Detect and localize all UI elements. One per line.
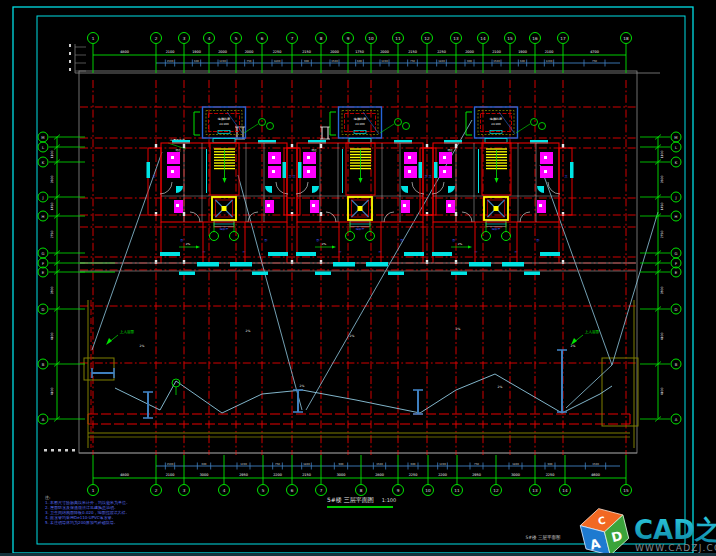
- axis-bubble-label: 15: [623, 488, 629, 493]
- column-mark: [426, 144, 428, 148]
- stair-arrow: [223, 178, 227, 183]
- fixture-dot: [171, 170, 174, 173]
- axis-bubble-label: 6: [261, 36, 264, 41]
- right-axis-strip: MLKJHGFEDBA1100260014502750280041004100: [640, 132, 681, 424]
- rect: [312, 204, 315, 207]
- column-grid: [80, 80, 636, 455]
- line: [540, 165, 612, 365]
- dim-text: 2100: [166, 50, 175, 54]
- axis-bubble-label: 5: [235, 36, 238, 41]
- text-label: 2%: [322, 242, 327, 246]
- sub-dim-text: 1200: [546, 60, 553, 63]
- dim-text: 4100: [50, 388, 54, 396]
- machine-room-label: 电梯机房: [218, 117, 230, 121]
- dim-text: 2200: [438, 473, 447, 477]
- window-sill: [388, 272, 404, 276]
- dim-text: 1100: [50, 151, 54, 159]
- axis-bubble-label: 2: [155, 36, 158, 41]
- sheet-caption: 5#楼 三层平面图: [498, 535, 588, 540]
- door-leaf: [265, 186, 272, 193]
- dim-text: 2750: [50, 231, 54, 239]
- sub-dim-text: 1500: [167, 60, 174, 63]
- dim-text: 4600: [591, 473, 600, 477]
- sub-dim-text: 900: [467, 60, 472, 63]
- fixture-dot: [408, 170, 411, 173]
- column-mark: [291, 144, 293, 148]
- axis-bubble-label: E: [675, 270, 678, 275]
- text-label: 2%: [350, 334, 355, 338]
- dim-text: 4100: [660, 333, 664, 341]
- title-underline: [327, 506, 393, 508]
- dim-text: 1100: [660, 151, 664, 159]
- tick-glyph: [51, 449, 54, 452]
- tick-glyph: [69, 60, 71, 63]
- rect: [267, 204, 270, 207]
- sub-dim-text: 1500: [592, 463, 599, 466]
- stair-arrow: [359, 178, 363, 183]
- bottom-edge: [80, 252, 636, 275]
- circle: [539, 123, 546, 130]
- door-arc: [520, 212, 530, 222]
- dim-text: 2000: [245, 50, 254, 54]
- window-sill: [160, 252, 180, 256]
- axis-bubble-label: 3: [183, 36, 186, 41]
- dim-text: 2000: [380, 50, 389, 54]
- dim-text: 4800: [120, 473, 129, 477]
- window-sill: [502, 262, 524, 267]
- axis-bubble-label: H: [42, 214, 45, 219]
- sub-dim-text: 750: [247, 60, 252, 63]
- dim-text: 3000: [337, 473, 346, 477]
- stair-arrow: [495, 178, 499, 183]
- axis-bubble-label: 13: [532, 488, 538, 493]
- dim-text: 3000: [511, 473, 520, 477]
- axis-bubble-label: 7: [291, 36, 294, 41]
- column-mark: [562, 144, 564, 148]
- axis-bubble-label: K: [42, 160, 45, 165]
- rect: [222, 206, 227, 211]
- tick-glyph: [58, 449, 61, 452]
- door-arc: [462, 212, 472, 222]
- axis-bubble-label: 10: [425, 488, 431, 493]
- sub-dim-text: 750: [592, 60, 597, 63]
- axis-bubble-label: 11: [395, 36, 401, 41]
- window-sill: [333, 262, 355, 267]
- text-label: 2%: [456, 327, 461, 331]
- dim-text: 2100: [545, 50, 554, 54]
- axis-bubble-label: L: [675, 145, 678, 150]
- room-label: 电梯厅: [356, 227, 365, 231]
- dim-text: 2800: [50, 287, 54, 295]
- text-label: 2%: [186, 242, 191, 246]
- note-line: 5. 未注明墙体均为200厚加气砼砌块墙。: [45, 520, 130, 525]
- fixture-dot: [307, 156, 310, 159]
- axis-bubble-label: 12: [493, 488, 499, 493]
- rect: [490, 131, 502, 134]
- window-sill: [366, 262, 388, 267]
- fixture-dot: [171, 156, 174, 159]
- door-arc: [296, 182, 308, 194]
- door-arc: [432, 182, 444, 194]
- room-label: 卫: [425, 174, 428, 178]
- machine-room-label: 电梯机房: [490, 117, 502, 121]
- dim-text: 2950: [472, 473, 481, 477]
- window-sill: [268, 252, 288, 256]
- circle: [230, 232, 239, 241]
- axis-bubble-label: 8: [320, 36, 323, 41]
- axis-bubble-label: 1: [92, 36, 95, 41]
- sub-dim-text: 1800: [438, 60, 445, 63]
- door-arc: [248, 212, 258, 222]
- dim-text: 2750: [660, 231, 664, 239]
- axis-bubble-label: 6: [291, 488, 294, 493]
- axis-bubble-label: M: [674, 135, 677, 140]
- axis-bubble-label: 4: [208, 36, 211, 41]
- sub-dim-text: 900: [304, 60, 309, 63]
- circle: [366, 232, 375, 241]
- polyline: [115, 374, 612, 413]
- door-arc: [384, 212, 394, 222]
- dim-text: 2000: [465, 50, 474, 54]
- sub-dim-text: 750: [474, 463, 479, 466]
- cadzj-watermark[interactable]: C A D CAD之家 WWW.CADZJ.COM: [576, 498, 716, 556]
- window-sill: [197, 262, 219, 267]
- sub-dim-text: 1500: [331, 60, 338, 63]
- axis-bubble-label: D: [675, 307, 678, 312]
- axis-bubble-label: 4: [223, 488, 226, 493]
